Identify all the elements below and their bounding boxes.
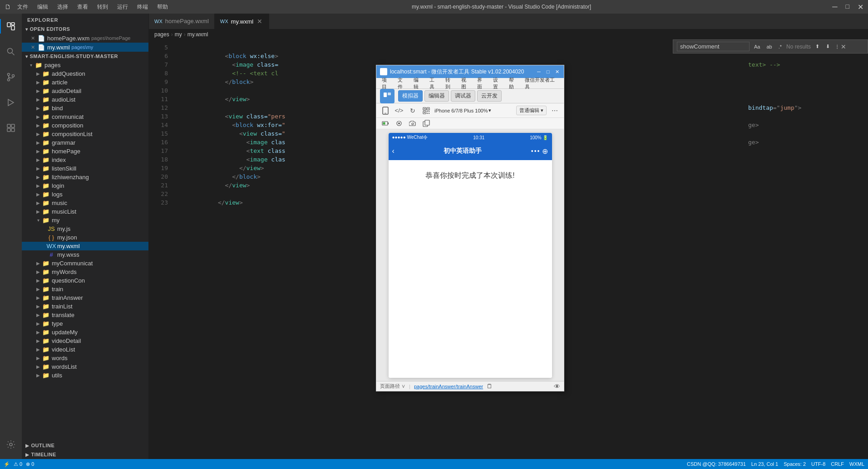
sidebar-item-pages[interactable]: ▾ 📁 pages: [22, 61, 148, 69]
sidebar-item-mywxml[interactable]: WX my.wxml: [22, 242, 148, 250]
debug-activity-icon[interactable]: [0, 92, 22, 113]
devtools-minimize-button[interactable]: ─: [536, 68, 542, 75]
tab-close-icon[interactable]: ✕: [256, 18, 263, 25]
explorer-activity-icon[interactable]: [0, 15, 22, 37]
sidebar-item-audioList[interactable]: ▶ 📁 audioList: [22, 95, 148, 104]
find-next-btn[interactable]: ⬇: [824, 43, 832, 50]
phone-toolbar-copy-icon[interactable]: [421, 118, 432, 129]
sidebar-item-login[interactable]: ▶ 📁 login: [22, 181, 148, 190]
sidebar-item-compositionList[interactable]: ▶ 📁 compositionList: [22, 130, 148, 138]
sidebar-item-translate[interactable]: ▶ 📁 translate: [22, 311, 148, 319]
sidebar-item-mywxss[interactable]: # my.wxss: [22, 250, 148, 259]
status-encoding[interactable]: UTF-8: [811, 461, 825, 467]
project-section[interactable]: ▾ SMART-ENGLISH-STUDY-MASTER: [22, 52, 148, 61]
tab-mywxml[interactable]: WX my.wxml ✕: [215, 14, 269, 29]
menu-edit[interactable]: 编辑: [35, 3, 51, 11]
sidebar-item-composition[interactable]: ▶ 📁 composition: [22, 121, 148, 130]
sidebar-item-listenSkill[interactable]: ▶ 📁 listenSkill: [22, 164, 148, 173]
sidebar-item-utils[interactable]: ▶ 📁 utils: [22, 371, 148, 380]
devtools-restore-button[interactable]: □: [545, 68, 551, 75]
sidebar-item-logs[interactable]: ▶ 📁 logs: [22, 190, 148, 199]
sidebar-item-addQuestion[interactable]: ▶ 📁 addQuestion: [22, 69, 148, 78]
find-case-btn[interactable]: Aa: [752, 43, 762, 50]
sidebar-item-musicList[interactable]: ▶ 📁 musicList: [22, 207, 148, 216]
source-control-activity-icon[interactable]: [0, 66, 22, 88]
sidebar-item-audioDetail[interactable]: ▶ 📁 audioDetail: [22, 87, 148, 95]
menu-goto[interactable]: 转到: [94, 3, 111, 11]
status-errors[interactable]: ⚠ 0: [14, 461, 22, 467]
devtools-editor-btn[interactable]: 编辑器: [424, 90, 449, 102]
breadcrumb-pages[interactable]: pages: [154, 31, 169, 38]
sidebar-item-trainList[interactable]: ▶ 📁 trainList: [22, 302, 148, 311]
status-branch-icon[interactable]: ⚡: [4, 461, 10, 467]
menu-terminal[interactable]: 终端: [134, 3, 151, 11]
sidebar-item-words[interactable]: ▶ 📁 words: [22, 354, 148, 362]
sidebar-item-my[interactable]: ▾ 📁 my: [22, 216, 148, 225]
sidebar-item-article[interactable]: ▶ 📁 article: [22, 78, 148, 87]
sidebar-item-questionCon[interactable]: ▶ 📁 questionCon: [22, 276, 148, 285]
phone-toolbar-battery-icon[interactable]: [380, 118, 391, 129]
sidebar-item-trainAnswer[interactable]: ▶ 📁 trainAnswer: [22, 293, 148, 302]
devtools-qr-icon[interactable]: [421, 105, 432, 116]
sidebar-item-updateMy[interactable]: ▶ 📁 updateMy: [22, 328, 148, 337]
devtools-page-path[interactable]: pages/trainAnswer/trainAnswer: [414, 384, 483, 389]
sidebar-item-bind[interactable]: ▶ 📁 bind: [22, 104, 148, 112]
devtools-simulator-btn[interactable]: 模拟器: [398, 90, 423, 102]
sidebar-item-myCommunicat[interactable]: ▶ 📁 myCommunicat: [22, 259, 148, 268]
sidebar-item-myjs[interactable]: JS my.js: [22, 225, 148, 233]
open-editor-homePage[interactable]: ✕ 📄 homePage.wxm pages\homePage: [22, 34, 148, 43]
phone-back-icon[interactable]: ‹: [392, 147, 395, 155]
extensions-activity-icon[interactable]: [0, 117, 22, 139]
status-cursor-position[interactable]: Ln 23, Col 1: [751, 461, 778, 467]
devtools-eye-icon[interactable]: 👁: [554, 383, 560, 390]
devtools-debugger-btn[interactable]: 调试器: [451, 90, 475, 102]
menu-selection[interactable]: 选择: [54, 3, 71, 11]
devtools-path-copy-icon[interactable]: 🗒: [487, 383, 493, 390]
find-prev-btn[interactable]: ⬆: [814, 43, 821, 50]
find-word-btn[interactable]: ab: [764, 43, 774, 50]
settings-activity-icon[interactable]: [0, 434, 22, 455]
status-spaces[interactable]: Spaces: 2: [784, 461, 806, 467]
menu-run[interactable]: 运行: [114, 3, 131, 11]
sidebar-item-myWords[interactable]: ▶ 📁 myWords: [22, 268, 148, 276]
sidebar-item-myjson[interactable]: { } my.json: [22, 233, 148, 242]
devtools-mode-select[interactable]: 普通编辑 ▾: [516, 106, 547, 115]
status-language[interactable]: WXML: [849, 461, 864, 467]
sidebar-item-train[interactable]: ▶ 📁 train: [22, 285, 148, 293]
phone-more-icon[interactable]: •••: [531, 147, 541, 155]
open-editor-mywxml[interactable]: ✕ 📄 my.wxml pages\my: [22, 43, 148, 52]
timeline-section[interactable]: ▶ TIMELINE: [22, 450, 148, 459]
close-mywxml-icon[interactable]: ✕: [29, 44, 36, 51]
sidebar-item-homePage[interactable]: ▶ 📁 homePage: [22, 147, 148, 156]
breadcrumb-file[interactable]: my.wxml: [187, 31, 208, 38]
maximize-button[interactable]: □: [846, 3, 849, 11]
find-options-icon[interactable]: ⁝: [836, 43, 838, 50]
close-button[interactable]: ✕: [858, 3, 863, 11]
phone-toolbar-camera-icon[interactable]: [407, 118, 418, 129]
devtools-refresh-icon[interactable]: ↻: [407, 105, 418, 116]
devtools-phone-select-wrapper[interactable]: iPhone 6/7/8 Plus 100% ▾: [434, 107, 491, 113]
menu-view[interactable]: 查看: [74, 3, 91, 11]
search-activity-icon[interactable]: [0, 41, 22, 63]
sidebar-item-grammar[interactable]: ▶ 📁 grammar: [22, 138, 148, 147]
sidebar-item-communicat[interactable]: ▶ 📁 communicat: [22, 112, 148, 121]
tab-homePage[interactable]: WX homePage.wxml: [149, 14, 215, 29]
sidebar-item-videoList[interactable]: ▶ 📁 videoList: [22, 345, 148, 354]
breadcrumb-my[interactable]: my: [175, 31, 182, 38]
phone-search-icon[interactable]: ⊕: [542, 147, 548, 156]
devtools-cloud-btn[interactable]: 云开发: [477, 90, 502, 102]
phone-toolbar-signal-icon[interactable]: [394, 118, 404, 129]
devtools-close-button[interactable]: ✕: [554, 68, 560, 75]
find-close-icon[interactable]: ✕: [841, 43, 846, 50]
outline-section[interactable]: ▶ OUTLINE: [22, 441, 148, 450]
sidebar-item-type[interactable]: ▶ 📁 type: [22, 319, 148, 328]
sidebar-item-lizhiwenzhang[interactable]: ▶ 📁 lizhiwenzhang: [22, 173, 148, 181]
menu-help[interactable]: 帮助: [154, 3, 171, 11]
devtools-code-icon[interactable]: </>: [394, 105, 404, 116]
devtools-expand-icon[interactable]: ⋯: [549, 105, 560, 116]
sidebar-item-wordsList[interactable]: ▶ 📁 wordsList: [22, 362, 148, 371]
menu-file[interactable]: 文件: [15, 3, 31, 11]
find-input[interactable]: [677, 42, 750, 51]
status-line-ending[interactable]: CRLF: [831, 461, 844, 467]
minimize-button[interactable]: ─: [832, 3, 837, 11]
